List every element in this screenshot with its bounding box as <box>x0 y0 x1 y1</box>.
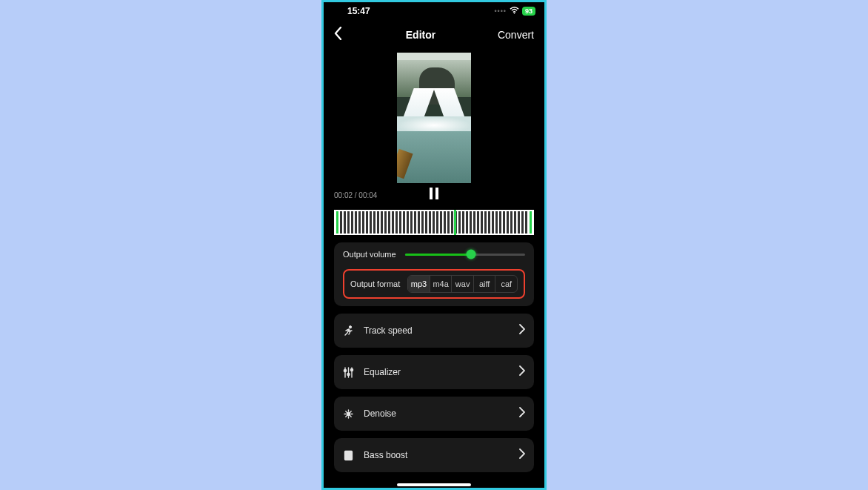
svg-point-6 <box>350 368 353 371</box>
svg-point-5 <box>347 373 350 375</box>
svg-point-10 <box>347 455 350 459</box>
format-label: Output format <box>350 279 400 288</box>
chevron-right-icon <box>519 407 525 420</box>
volume-fill <box>405 254 471 256</box>
row-label: Track speed <box>364 325 519 336</box>
pause-button[interactable] <box>401 188 467 202</box>
playhead[interactable] <box>454 210 456 235</box>
volume-label: Output volume <box>343 250 396 259</box>
svg-point-3 <box>349 325 351 328</box>
svg-point-0 <box>514 13 515 14</box>
format-option-aiff[interactable]: aiff <box>473 276 495 292</box>
battery-icon: 93 <box>522 7 535 16</box>
format-row-highlighted: Output format mp3 m4a wav aiff caf <box>343 269 525 299</box>
trim-end-handle[interactable] <box>530 211 532 234</box>
player-controls: 00:02 / 00:04 <box>324 183 544 205</box>
output-card: Output volume Output format mp3 m4a wav … <box>334 242 534 306</box>
trim-start-handle[interactable] <box>336 211 338 234</box>
row-track-speed[interactable]: Track speed <box>334 314 534 348</box>
status-time: 15:47 <box>347 6 370 16</box>
convert-button[interactable]: Convert <box>490 29 534 41</box>
page-title: Editor <box>406 29 435 41</box>
waveform-trimmer[interactable] <box>334 210 534 235</box>
format-segmented: mp3 m4a wav aiff caf <box>407 275 518 293</box>
row-bass-boost[interactable]: Bass boost <box>334 438 534 472</box>
svg-point-4 <box>344 369 346 371</box>
back-button[interactable] <box>334 27 352 43</box>
chevron-right-icon <box>519 448 525 462</box>
format-option-caf[interactable]: caf <box>495 276 517 292</box>
volume-thumb[interactable] <box>466 250 475 259</box>
status-bar: 15:47 •••• 93 <box>324 2 544 20</box>
row-equalizer[interactable]: Equalizer <box>334 355 534 389</box>
wifi-icon <box>510 7 519 16</box>
status-icons: •••• 93 <box>494 7 535 16</box>
volume-slider[interactable] <box>405 254 525 256</box>
volume-row: Output volume <box>343 250 525 259</box>
sliders-icon <box>343 367 356 378</box>
row-label: Equalizer <box>364 367 519 377</box>
format-option-wav[interactable]: wav <box>451 276 473 292</box>
video-preview[interactable] <box>324 50 544 183</box>
chevron-right-icon <box>519 365 525 379</box>
nav-bar: Editor Convert <box>324 20 544 50</box>
svg-point-9 <box>347 452 350 454</box>
format-option-mp3[interactable]: mp3 <box>408 276 430 292</box>
chevron-right-icon <box>519 324 525 337</box>
row-label: Denoise <box>364 408 519 419</box>
svg-point-7 <box>347 412 350 415</box>
row-label: Bass boost <box>364 450 519 460</box>
format-option-m4a[interactable]: m4a <box>430 276 452 292</box>
denoise-icon <box>343 408 356 420</box>
home-indicator[interactable] <box>397 483 471 486</box>
svg-rect-2 <box>435 188 438 199</box>
runner-icon <box>343 325 356 337</box>
svg-rect-1 <box>430 188 433 199</box>
phone-frame: 15:47 •••• 93 Editor Convert <box>321 0 547 490</box>
row-denoise[interactable]: Denoise <box>334 397 534 431</box>
cell-dots-icon: •••• <box>494 7 507 15</box>
speaker-icon <box>343 450 356 461</box>
timecode: 00:02 / 00:04 <box>334 191 401 199</box>
